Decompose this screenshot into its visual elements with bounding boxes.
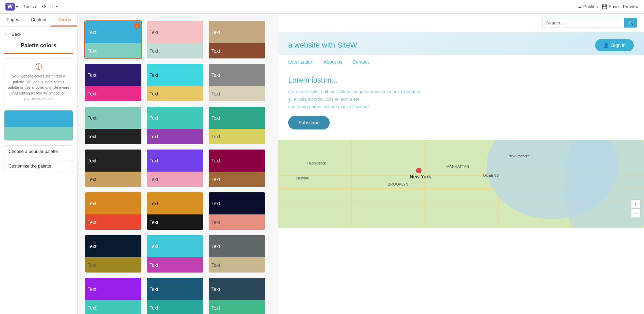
zoom-in-button[interactable]: +	[631, 200, 640, 209]
palette-card-bottom: Text	[147, 129, 203, 144]
palette-card[interactable]: TextText	[208, 149, 266, 188]
tools-label: Tools	[23, 4, 34, 9]
palette-card[interactable]: TextText	[208, 234, 266, 273]
logo[interactable]: W ▾	[5, 3, 18, 11]
left-panel-content: ← Back Palette colors ⓘ Your website col…	[0, 27, 77, 314]
redo-button[interactable]: ↻	[49, 3, 53, 10]
back-label: Back	[12, 32, 21, 37]
palette-card[interactable]: TextText	[146, 63, 204, 102]
body-line-3: que lorem neque, aliquet massa tincidunt…	[288, 103, 634, 110]
palette-card-bottom: Text	[209, 257, 265, 273]
publish-button[interactable]: ☁ Publish	[577, 4, 598, 9]
map-pin-circle	[416, 168, 422, 173]
choose-palette-button[interactable]: Choose a popular palette	[4, 145, 73, 157]
palette-card[interactable]: TextText	[84, 234, 142, 273]
signin-button[interactable]: 👤 Sign in	[595, 39, 634, 51]
save-icon: 💾	[602, 4, 607, 9]
palette-card-top: Text	[147, 150, 203, 172]
customize-palette-button[interactable]: Customize the palette	[4, 160, 73, 172]
svg-text:QUEENS: QUEENS	[483, 173, 499, 177]
palette-title: Palette colors	[4, 42, 73, 49]
save-button[interactable]: 💾 Save	[602, 4, 619, 9]
search-bar[interactable]: 🔍	[542, 18, 637, 28]
search-button[interactable]: 🔍	[624, 18, 637, 28]
palette-card-top: Text	[147, 192, 203, 214]
tab-design[interactable]: Design	[51, 14, 77, 27]
topbar-right: ☁ Publish 💾 Save Preview	[577, 4, 639, 9]
zoom-out-button[interactable]: −	[631, 209, 640, 217]
tab-pages[interactable]: Pages	[0, 14, 26, 27]
tools-caret-icon: ▾	[35, 5, 36, 8]
nav-item-aboutus[interactable]: About us	[324, 59, 342, 65]
preview-area: 🔍 a website with SiteW 👤 Sign in Localiz…	[278, 14, 644, 314]
palette-card-top: Text	[85, 150, 141, 172]
info-icon: ⓘ	[8, 62, 69, 71]
preview-hero: a website with SiteW 👤 Sign in	[278, 32, 644, 55]
person-icon: 👤	[603, 42, 609, 48]
palette-scroll-area[interactable]: ✓TextTextTextTextTextTextTextTextTextTex…	[77, 14, 278, 314]
palette-card-top: Text	[209, 107, 265, 129]
undo-redo-group: ↺ ↻ ▾	[42, 3, 58, 10]
logo-caret[interactable]: ▾	[16, 4, 18, 9]
palette-card-top: Text	[209, 278, 265, 300]
palette-card[interactable]: TextText	[146, 234, 204, 273]
palette-card[interactable]: TextText	[84, 149, 142, 188]
body-line-1: d ornare efficitur finibus. Nullam conqu…	[288, 88, 634, 95]
palette-card[interactable]: TextText	[84, 192, 142, 230]
svg-text:New Rochelle: New Rochelle	[509, 154, 530, 158]
info-text: Your website colors stem from a palette.…	[8, 73, 69, 102]
preview-content: Lorem ipsum... d ornare efficitur finibu…	[278, 69, 644, 140]
logo-w: W	[5, 3, 15, 11]
publish-label: Publish	[583, 4, 598, 9]
map-svg: New York BROOKLYN MANHATTAN QUEENS Newar…	[278, 140, 644, 228]
search-input[interactable]	[543, 18, 624, 28]
back-link[interactable]: ← Back	[4, 31, 73, 37]
palette-grid: ✓TextTextTextTextTextTextTextTextTextTex…	[77, 14, 278, 314]
palette-row: ✓TextTextTextTextTextText	[84, 20, 271, 59]
palette-card[interactable]: TextText	[84, 106, 142, 145]
palette-card[interactable]: TextText	[146, 149, 204, 188]
palette-card[interactable]: TextText	[84, 277, 142, 314]
palette-card-bottom: Text	[209, 86, 265, 101]
preview-button[interactable]: Preview	[623, 4, 639, 9]
svg-rect-5	[424, 140, 425, 228]
palette-card[interactable]: TextText	[208, 106, 266, 145]
palette-card-top: Text	[209, 150, 265, 172]
palette-card-top: Text	[85, 21, 141, 43]
nav-item-contact[interactable]: Contact	[352, 59, 369, 65]
palette-card-bottom: Text	[85, 129, 141, 144]
palette-card-bottom: Text	[147, 86, 203, 101]
palette-card[interactable]: TextText	[146, 192, 204, 230]
palette-card-top: Text	[147, 64, 203, 86]
palette-card[interactable]: TextText	[208, 192, 266, 230]
palette-divider	[4, 53, 73, 54]
palette-card-top: Text	[209, 235, 265, 257]
more-button[interactable]: ▾	[56, 5, 58, 8]
info-box: ⓘ Your website colors stem from a palett…	[4, 58, 73, 105]
tools-button[interactable]: Tools ▾	[23, 4, 36, 9]
palette-card[interactable]: TextText	[146, 20, 204, 59]
undo-button[interactable]: ↺	[42, 3, 46, 10]
tab-content[interactable]: Content	[26, 14, 52, 27]
preview-label: Preview	[623, 4, 639, 9]
subscribe-button[interactable]: Subscribe	[288, 116, 330, 129]
palette-card[interactable]: TextText	[208, 277, 266, 314]
palette-card[interactable]: TextText	[84, 63, 142, 102]
palette-swatch-top	[4, 110, 73, 127]
back-arrow-icon: ←	[4, 31, 10, 37]
palette-card[interactable]: TextText	[208, 63, 266, 102]
map-area: New York BROOKLYN MANHATTAN QUEENS Newar…	[278, 140, 644, 228]
topbar: W ▾ Tools ▾ ↺ ↻ ▾ ☁ Publish 💾 Save Previ…	[0, 0, 644, 14]
topbar-left: W ▾ Tools ▾ ↺ ↻ ▾	[5, 3, 58, 11]
subscribe-label: Subscribe	[298, 120, 319, 125]
signin-label: Sign in	[611, 42, 626, 48]
palette-card[interactable]: TextText	[146, 277, 204, 314]
nav-item-localization[interactable]: Localization	[288, 59, 313, 65]
palette-card-bottom: Text	[209, 43, 265, 58]
palette-card[interactable]: TextText	[146, 106, 204, 145]
svg-text:Newark: Newark	[296, 176, 309, 180]
palette-row: TextTextTextTextTextText	[84, 277, 271, 314]
palette-card[interactable]: ✓TextText	[84, 20, 142, 59]
palette-card[interactable]: TextText	[208, 20, 266, 59]
palette-row: TextTextTextTextTextText	[84, 149, 271, 188]
